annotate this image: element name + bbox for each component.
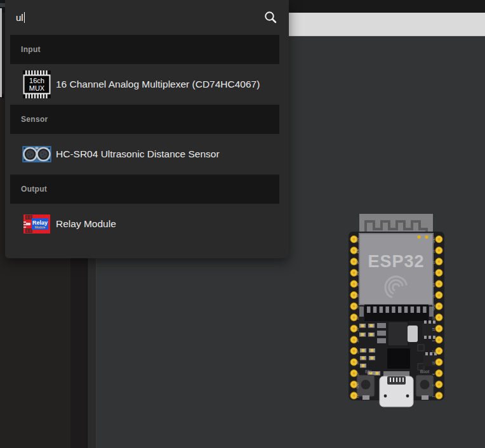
editor-scrollbar-tick [2,94,4,98]
svg-text:EN: EN [365,369,371,374]
add-part-panel: ul Input 16ch MUX [5,0,289,258]
svg-text:21: 21 [432,294,435,298]
part-label: Relay Module [56,218,116,230]
section-header: Input [10,35,279,64]
svg-text:22: 22 [432,261,435,265]
relay-module-icon: Relay Module [23,214,50,234]
text-caret [24,12,25,23]
svg-text:Boot: Boot [420,369,429,374]
esp32-board[interactable]: ESP32 EN Boot [349,214,444,409]
ultrasonic-sensor-icon [22,146,51,162]
svg-text:17: 17 [432,350,435,354]
svg-text:3V3: 3V3 [356,237,359,243]
part-list-item[interactable]: HC-SR04 Ultrasonic Distance Sensor [10,134,279,175]
part-icon-box [22,146,51,162]
svg-text:14: 14 [356,361,359,365]
svg-text:RX: RX [432,283,435,287]
usb-connector [380,371,413,407]
svg-text:13: 13 [356,395,359,399]
editor-scrollbar[interactable] [0,8,2,97]
svg-text:26: 26 [356,339,359,343]
svg-text:33: 33 [356,317,359,320]
svg-text:16: 16 [432,361,435,365]
section-header: Sensor [10,105,279,134]
svg-text:35: 35 [356,294,359,298]
svg-text:19: 19 [432,317,435,320]
part-label: HC-SR04 Ultrasonic Distance Sensor [56,148,220,160]
section-label: Sensor [21,115,48,124]
editor-scrollbar-notch [0,3,5,7]
svg-text:16ch: 16ch [29,77,44,84]
parts-list: Input 16ch MUX [10,35,279,244]
part-label: 16 Channel Analog Multiplexer (CD74HC406… [56,79,260,90]
search-input[interactable]: ul [10,4,279,32]
svg-text:VN: VN [356,272,359,275]
svg-text:VP: VP [356,261,359,265]
svg-text:GND: GND [432,303,435,310]
section-header: Output [10,175,279,204]
search-value: ul [16,11,25,24]
module-label: ESP32 [368,252,424,271]
wifi-shield: ESP32 [359,234,433,305]
search-icon [263,10,277,24]
svg-text:MUX: MUX [29,84,45,92]
section-label: Input [21,45,41,54]
svg-text:18: 18 [432,327,435,331]
svg-text:TX: TX [432,272,435,275]
part-list-item[interactable]: 16ch MUX [10,64,279,105]
svg-text:27: 27 [356,350,359,354]
svg-text:Module: Module [35,225,46,229]
part-icon-box: Relay Module [22,214,51,234]
svg-text:23: 23 [432,249,435,253]
module-castellation [359,305,434,321]
part-icon-box: 16ch MUX [22,70,51,98]
svg-text:GND: GND [356,382,359,389]
svg-text:34: 34 [356,283,359,287]
svg-text:32: 32 [356,305,359,309]
mux-chip-icon: 16ch MUX [23,70,51,98]
section-label: Output [21,185,47,194]
part-list-item[interactable]: Relay Module Relay Module [10,204,279,244]
svg-text:GND: GND [432,237,435,244]
svg-text:EN: EN [356,249,359,253]
svg-text:12: 12 [356,372,359,376]
svg-text:25: 25 [356,327,359,331]
